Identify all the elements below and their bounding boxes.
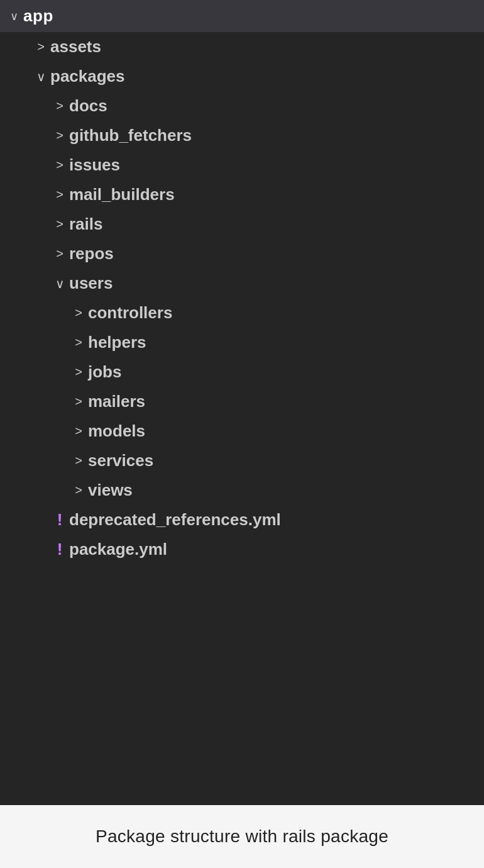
tree-item-label-services: services	[88, 451, 153, 470]
tree-item-packages[interactable]: ∨packages	[0, 62, 484, 91]
chevron-right-icon: >	[69, 483, 88, 498]
tree-item-label-github_fetchers: github_fetchers	[69, 126, 192, 145]
tree-item-controllers[interactable]: >controllers	[0, 298, 484, 328]
tree-item-label-docs: docs	[69, 96, 107, 116]
tree-item-label-mailers: mailers	[88, 392, 145, 411]
tree-item-label-assets: assets	[50, 37, 101, 57]
chevron-right-icon: >	[69, 335, 88, 350]
tree-item-label-helpers: helpers	[88, 333, 146, 352]
tree-item-mail_builders[interactable]: >mail_builders	[0, 180, 484, 209]
tree-item-deprecated_references[interactable]: !deprecated_references.yml	[0, 505, 484, 535]
root-label: app	[23, 6, 53, 26]
chevron-right-icon: >	[69, 424, 88, 438]
chevron-right-icon: >	[50, 99, 69, 113]
chevron-right-icon: >	[69, 453, 88, 468]
tree-item-github_fetchers[interactable]: >github_fetchers	[0, 121, 484, 150]
chevron-right-icon: >	[50, 128, 69, 143]
chevron-down-icon: ∨	[50, 276, 69, 291]
tree-item-label-users: users	[69, 274, 113, 293]
chevron-down-icon: ∨	[31, 69, 50, 84]
tree-item-repos[interactable]: >repos	[0, 239, 484, 269]
exclamation-icon: !	[50, 540, 69, 559]
tree-item-services[interactable]: >services	[0, 446, 484, 476]
tree-item-users[interactable]: ∨users	[0, 269, 484, 298]
tree-item-label-models: models	[88, 421, 145, 441]
exclamation-icon: !	[50, 510, 69, 530]
tree-item-label-views: views	[88, 481, 133, 500]
tree-item-label-rails: rails	[69, 214, 103, 234]
root-chevron-down-icon: ∨	[10, 11, 18, 22]
chevron-right-icon: >	[69, 365, 88, 379]
tree-list: >assets∨packages>docs>github_fetchers>is…	[0, 32, 484, 564]
tree-item-rails[interactable]: >rails	[0, 209, 484, 239]
tree-item-issues[interactable]: >issues	[0, 150, 484, 180]
tree-item-label-packages: packages	[50, 67, 125, 86]
chevron-right-icon: >	[69, 306, 88, 320]
tree-item-label-deprecated_references: deprecated_references.yml	[69, 510, 281, 530]
tree-item-docs[interactable]: >docs	[0, 91, 484, 121]
tree-item-label-package_yml: package.yml	[69, 540, 167, 559]
caption-area: Package structure with rails package	[0, 805, 484, 868]
tree-root-header[interactable]: ∨ app	[0, 0, 484, 32]
tree-item-views[interactable]: >views	[0, 476, 484, 505]
chevron-right-icon: >	[31, 40, 50, 54]
tree-item-label-controllers: controllers	[88, 303, 172, 323]
tree-item-assets[interactable]: >assets	[0, 32, 484, 62]
tree-item-models[interactable]: >models	[0, 416, 484, 446]
chevron-right-icon: >	[50, 217, 69, 231]
tree-item-jobs[interactable]: >jobs	[0, 357, 484, 387]
file-tree: ∨ app >assets∨packages>docs>github_fetch…	[0, 0, 484, 805]
chevron-right-icon: >	[50, 158, 69, 172]
tree-item-label-jobs: jobs	[88, 362, 121, 382]
chevron-right-icon: >	[50, 187, 69, 202]
caption-text: Package structure with rails package	[96, 826, 388, 847]
tree-item-mailers[interactable]: >mailers	[0, 387, 484, 416]
chevron-right-icon: >	[69, 394, 88, 409]
tree-item-package_yml[interactable]: !package.yml	[0, 535, 484, 564]
chevron-right-icon: >	[50, 247, 69, 261]
tree-item-label-mail_builders: mail_builders	[69, 185, 175, 204]
tree-item-label-issues: issues	[69, 155, 120, 175]
tree-item-helpers[interactable]: >helpers	[0, 328, 484, 357]
tree-item-label-repos: repos	[69, 244, 114, 264]
